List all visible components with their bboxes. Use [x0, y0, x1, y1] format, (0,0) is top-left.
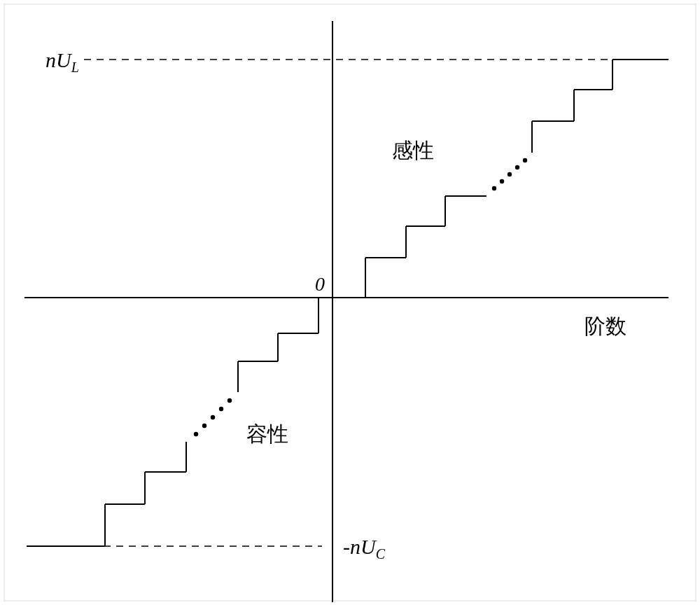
label-inductive: 感性 — [392, 139, 434, 162]
svg-point-25 — [202, 424, 206, 428]
svg-point-24 — [211, 415, 215, 419]
origin-label: 0 — [315, 273, 325, 295]
svg-point-8 — [507, 172, 512, 176]
label-nUC: -nUC — [343, 535, 386, 562]
label-nUL: nUL — [46, 48, 79, 75]
svg-point-10 — [523, 158, 527, 162]
y-bottom-sub: C — [376, 546, 386, 562]
svg-point-7 — [500, 179, 504, 183]
label-capacitive: 容性 — [246, 422, 288, 445]
y-bottom-minus: - — [343, 535, 350, 558]
outer-frame — [4, 4, 696, 601]
svg-point-9 — [515, 165, 519, 169]
y-top-sub: L — [71, 60, 79, 75]
q3-upper-steps — [238, 298, 318, 392]
q1-lower-steps — [365, 196, 486, 298]
q3-gap-dots — [194, 398, 232, 436]
y-bottom-nU: nU — [350, 535, 377, 558]
svg-point-6 — [492, 186, 496, 190]
svg-text:nUL: nUL — [46, 48, 79, 75]
y-top-nU: nU — [46, 48, 73, 71]
q1-gap-dots — [492, 158, 527, 190]
svg-point-22 — [227, 398, 232, 403]
step-diagram: nUL 0 感性 阶数 容性 -nUC — [0, 0, 700, 605]
svg-point-23 — [219, 407, 223, 411]
q1-upper-steps — [532, 60, 668, 153]
svg-point-26 — [194, 432, 198, 436]
q3-lower-steps — [27, 442, 186, 546]
x-axis-label: 阶数 — [584, 314, 626, 338]
svg-text:-nUC: -nUC — [343, 535, 386, 562]
